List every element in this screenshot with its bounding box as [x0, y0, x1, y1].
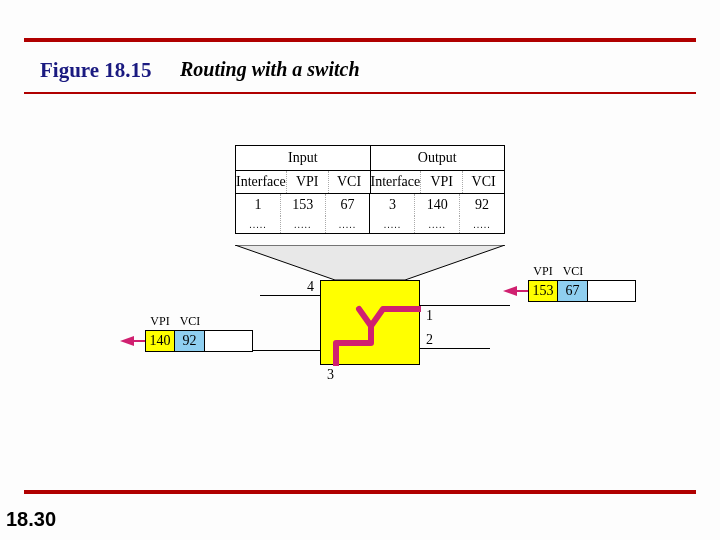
cell-in-interface: 1	[236, 194, 281, 216]
svg-marker-0	[235, 245, 505, 280]
col-interface-out: Interface	[371, 171, 422, 193]
cell-in-vpi: 153	[281, 194, 326, 216]
routing-table-output-header: Output	[371, 146, 505, 171]
cell-out-vci: 92	[460, 194, 504, 216]
cell-in-vci: 67	[326, 194, 371, 216]
dots: .....	[415, 216, 460, 233]
vpi-header: VPI	[145, 314, 175, 329]
routing-table-input-header: Input	[236, 146, 371, 171]
port-2-line	[420, 348, 490, 349]
switch-path-icon	[321, 281, 421, 366]
routing-table: Input Output Interface VPI VCI Interface…	[235, 145, 505, 234]
port-2-label: 2	[426, 332, 433, 348]
col-interface-in: Interface	[236, 171, 287, 193]
dots: .....	[236, 216, 281, 233]
diagram-stage: Input Output Interface VPI VCI Interface…	[0, 0, 720, 540]
outgoing-cell: VPI VCI 140 92	[145, 330, 253, 352]
col-vpi-in: VPI	[287, 171, 329, 193]
cell-out-interface: 3	[370, 194, 415, 216]
table-to-switch-funnel	[235, 245, 505, 280]
bottom-rule	[24, 490, 696, 494]
port-4-label: 4	[307, 279, 314, 295]
col-vci-out: VCI	[463, 171, 504, 193]
incoming-payload	[588, 280, 636, 302]
port-1-label: 1	[426, 308, 433, 324]
vci-header: VCI	[175, 314, 205, 329]
dots: .....	[281, 216, 326, 233]
incoming-vpi: 153	[528, 280, 558, 302]
incoming-cell: VPI VCI 153 67	[528, 280, 636, 302]
incoming-vci: 67	[558, 280, 588, 302]
vpi-header: VPI	[528, 264, 558, 279]
port-3-label: 3	[327, 367, 334, 383]
dots: .....	[370, 216, 415, 233]
vci-header: VCI	[558, 264, 588, 279]
page-number: 18.30	[6, 508, 56, 531]
outgoing-arrow-icon	[120, 336, 134, 346]
port-1-line	[420, 305, 510, 306]
incoming-arrow-icon	[503, 286, 517, 296]
outgoing-vci: 92	[175, 330, 205, 352]
outgoing-payload	[205, 330, 253, 352]
outgoing-vpi: 140	[145, 330, 175, 352]
dots: .....	[460, 216, 504, 233]
switch-box	[320, 280, 420, 365]
port-4-line	[260, 295, 320, 296]
dots: .....	[326, 216, 371, 233]
col-vpi-out: VPI	[421, 171, 463, 193]
cell-out-vpi: 140	[415, 194, 460, 216]
col-vci-in: VCI	[329, 171, 371, 193]
